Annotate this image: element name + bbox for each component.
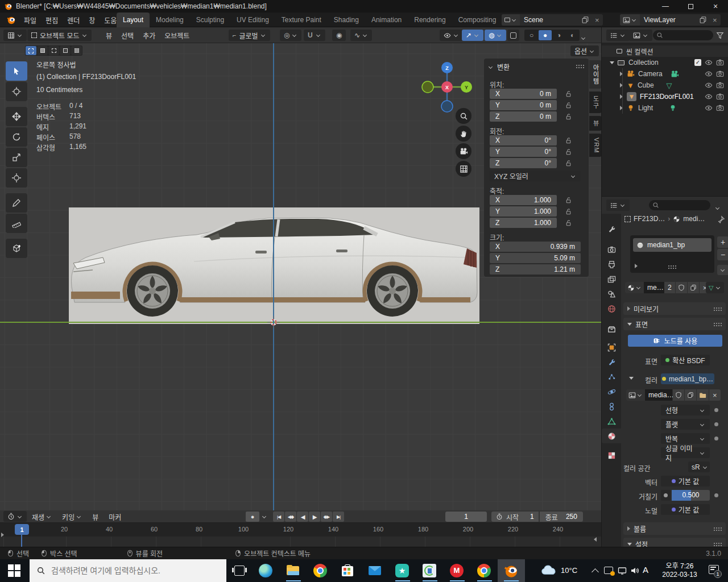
tab-world-properties[interactable]: [602, 301, 621, 316]
pan-button[interactable]: [456, 126, 471, 142]
weather-icon[interactable]: [540, 565, 557, 576]
image-name-field[interactable]: media…: [645, 389, 672, 401]
blender-taskbar-active[interactable]: [498, 559, 525, 582]
transform-panel-header[interactable]: 변환: [489, 62, 510, 72]
scene-collection-row[interactable]: 씬 컬렉션: [602, 45, 728, 57]
xray-toggle[interactable]: [507, 30, 519, 41]
render-visibility-icon[interactable]: [716, 59, 724, 66]
tool-cursor[interactable]: [6, 82, 27, 101]
frame-end-field[interactable]: 종료 250: [540, 512, 583, 522]
file-explorer-icon[interactable]: [286, 564, 300, 577]
breadcrumb-material[interactable]: medi…: [683, 215, 705, 223]
collection-expander[interactable]: [610, 61, 614, 64]
auto-keying-button[interactable]: ●: [246, 512, 259, 522]
scale-z-field[interactable]: Z1.000: [490, 218, 557, 228]
projection-decorator[interactable]: [714, 422, 718, 426]
volume-panel-header[interactable]: 볼륨: [623, 522, 726, 535]
transform-orientation[interactable]: ⌐ 글로벌: [229, 30, 270, 41]
roughness-decorator[interactable]: [714, 493, 718, 497]
auto-keying-dropdown[interactable]: [260, 512, 269, 522]
visibility-dropdown[interactable]: [440, 30, 463, 41]
task-view-button[interactable]: [234, 566, 245, 576]
camera-row[interactable]: Camera: [602, 68, 728, 80]
select-mode-invert[interactable]: [60, 46, 71, 55]
image-browse-button[interactable]: [626, 389, 645, 401]
interpolation-decorator[interactable]: [714, 408, 718, 412]
tab-scene-properties[interactable]: [602, 286, 621, 301]
workspace-tab-compositing[interactable]: Compositing: [452, 13, 503, 27]
lock-icon[interactable]: [565, 197, 572, 204]
lock-icon[interactable]: [565, 102, 572, 109]
rotation-x-field[interactable]: X0°: [490, 135, 557, 146]
gizmo-z-neg-axis[interactable]: [441, 101, 453, 112]
hide-eye-icon[interactable]: [705, 59, 713, 66]
remove-slot-button[interactable]: −: [717, 249, 728, 260]
shading-rendered-button[interactable]: ◐: [566, 30, 579, 40]
workspace-tab-animation[interactable]: Animation: [365, 13, 408, 27]
color-space-dropdown[interactable]: sR: [688, 462, 710, 472]
hide-eye-icon[interactable]: [705, 93, 713, 101]
scale-x-field[interactable]: X1.000: [490, 195, 557, 205]
workspace-tab-texture-paint[interactable]: Texture Paint: [275, 13, 328, 27]
minimize-button[interactable]: —: [653, 0, 678, 13]
scene-unlink-icon[interactable]: ×: [592, 16, 603, 24]
tab-physics-properties[interactable]: [602, 384, 621, 399]
tab-data-properties[interactable]: [602, 414, 621, 429]
shading-wireframe-button[interactable]: ○: [525, 30, 538, 40]
workspace-tab-modeling[interactable]: Modeling: [150, 13, 190, 27]
edge-icon[interactable]: [259, 564, 272, 577]
location-z-field[interactable]: Z0 m: [490, 111, 557, 122]
shading-solid-button[interactable]: ●: [539, 30, 552, 40]
tray-expand-chevron[interactable]: [592, 568, 599, 576]
rotation-mode-dropdown[interactable]: XYZ 오일러: [490, 171, 581, 181]
tool-annotate[interactable]: [6, 193, 27, 213]
workspace-tab-sculpting[interactable]: Sculpting: [190, 13, 230, 27]
proportional-editing-button[interactable]: ◉: [332, 30, 346, 41]
color-value[interactable]: median1_bp…: [661, 373, 714, 384]
outliner-display-mode[interactable]: [629, 30, 652, 41]
tool-move[interactable]: [6, 107, 27, 126]
scene-name[interactable]: Scene: [520, 16, 581, 24]
render-visibility-icon[interactable]: [716, 81, 724, 89]
close-button[interactable]: ×: [703, 0, 728, 13]
tab-output-properties[interactable]: [602, 257, 621, 272]
menu-edit[interactable]: 편집: [41, 15, 63, 25]
select-mode-subtract[interactable]: [48, 46, 59, 55]
tab-constraint-properties[interactable]: [602, 399, 621, 414]
timeline-editor-type[interactable]: [3, 511, 27, 522]
magnet-icon[interactable]: U: [308, 31, 313, 39]
network-icon[interactable]: [618, 566, 627, 575]
select-mode-intersect[interactable]: [71, 46, 82, 55]
reference-image[interactable]: [69, 207, 479, 324]
image-open-button[interactable]: [697, 389, 709, 401]
cube-row[interactable]: ▼ Cube ▽: [602, 80, 728, 91]
mega-icon[interactable]: M: [450, 564, 464, 577]
collection-checkbox[interactable]: ✓: [694, 59, 701, 66]
timeline-track-area[interactable]: [0, 537, 601, 547]
menu-file[interactable]: 파일: [19, 15, 41, 25]
mode-selector[interactable]: 오브젝트 모드: [27, 30, 92, 41]
surface-shader-value[interactable]: 확산 BSDF: [661, 355, 710, 365]
viewlayer-browse-button[interactable]: [620, 14, 640, 26]
menu-render[interactable]: 렌더: [63, 15, 84, 25]
gizmo-toggle[interactable]: ↗: [462, 30, 483, 41]
microsoft-store-icon[interactable]: [341, 564, 354, 577]
gizmo-y-neg-axis[interactable]: [422, 81, 433, 93]
material-name-field[interactable]: me…: [644, 282, 664, 293]
tab-texture-properties[interactable]: [602, 448, 621, 463]
lock-icon[interactable]: [565, 137, 572, 144]
location-y-field[interactable]: Y0 m: [490, 100, 557, 110]
tool-measure[interactable]: [6, 214, 27, 233]
n-tab-vrm[interactable]: VRM: [589, 134, 601, 157]
tool-rotate[interactable]: [6, 127, 27, 147]
jump-to-end-button[interactable]: ▶|: [333, 512, 344, 522]
source-dropdown[interactable]: 싱글 이미지: [661, 447, 710, 458]
playhead[interactable]: 1: [15, 524, 29, 535]
select-mode-extend[interactable]: [37, 46, 48, 55]
view-menu[interactable]: 뷰: [101, 31, 117, 40]
screen-share-icon[interactable]: [604, 567, 613, 574]
location-x-field[interactable]: X0 m: [490, 89, 557, 99]
tab-tool-properties[interactable]: [602, 222, 621, 236]
scene-browse-button[interactable]: [502, 14, 520, 26]
add-menu[interactable]: 추가: [138, 31, 160, 40]
